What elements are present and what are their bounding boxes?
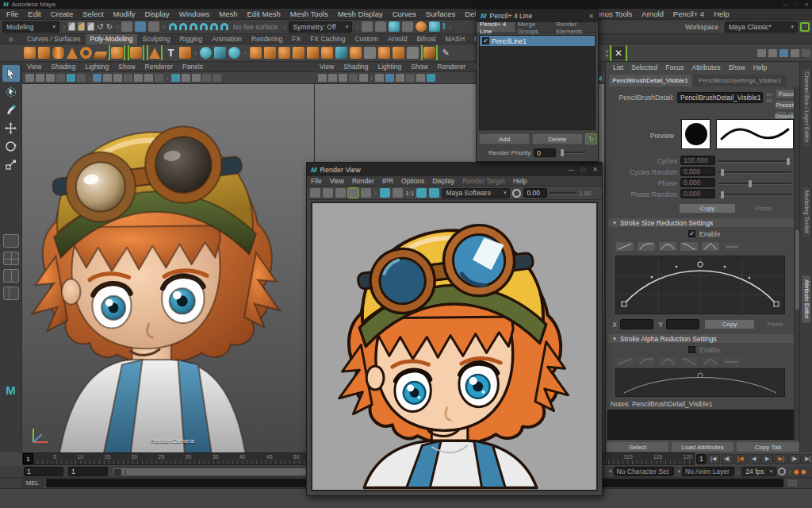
param-cycles-random-slider[interactable] bbox=[718, 171, 791, 174]
vp-icon-image-plane[interactable] bbox=[67, 74, 75, 82]
curve-copy-button[interactable]: Copy bbox=[704, 319, 755, 329]
ae-tab-brush-settings[interactable]: PencilBrushSettings_Visible1 bbox=[693, 75, 787, 87]
sidebar-workspace-icon[interactable] bbox=[757, 49, 766, 57]
vp-icon-shadows[interactable] bbox=[134, 74, 143, 82]
vp-icon-lock-camera[interactable] bbox=[328, 74, 337, 82]
vp-icon-lights[interactable] bbox=[406, 74, 415, 82]
go-to-start-button[interactable]: |◀ bbox=[707, 454, 720, 464]
snap-projected-center-icon[interactable] bbox=[200, 23, 208, 30]
layout-four-pane-button[interactable] bbox=[3, 252, 19, 265]
shelf-icon-bracket-cube[interactable] bbox=[128, 45, 144, 60]
rotate-tool[interactable] bbox=[2, 138, 20, 155]
menu-windows[interactable]: Windows bbox=[174, 10, 215, 18]
move-tool[interactable] bbox=[2, 120, 20, 137]
swap-node-icon[interactable] bbox=[765, 98, 773, 103]
param-phase-random-field[interactable]: 0.000 bbox=[680, 189, 715, 198]
rv-keep-image-icon[interactable] bbox=[380, 188, 390, 198]
chevron-down-icon[interactable]: ▾ bbox=[609, 468, 612, 475]
shelf-icon-multicut[interactable] bbox=[335, 47, 347, 59]
render-settings-icon[interactable] bbox=[362, 21, 373, 32]
pin-node-icon[interactable] bbox=[765, 92, 773, 97]
shelf-menu-icon[interactable]: ≡ bbox=[0, 35, 22, 44]
menu-mesh-display[interactable]: Mesh Display bbox=[333, 10, 388, 18]
copy-button[interactable]: Copy bbox=[679, 203, 736, 214]
vp-icon-2d-pan[interactable] bbox=[77, 74, 86, 82]
character-3d-model[interactable] bbox=[22, 84, 315, 452]
select-tool[interactable] bbox=[2, 65, 20, 82]
shelf-icon-smooth[interactable] bbox=[278, 47, 290, 59]
mute-playback-icon[interactable] bbox=[778, 468, 786, 475]
shelf-icon-poly-plane[interactable] bbox=[94, 52, 108, 59]
play-backwards-button[interactable]: ◀ bbox=[748, 454, 760, 464]
delete-line-button[interactable]: Delete bbox=[532, 133, 583, 144]
shelf-icon-poly-cube[interactable] bbox=[38, 47, 50, 59]
rv-menu-help[interactable]: Help bbox=[509, 177, 530, 185]
menu-display[interactable]: Display bbox=[140, 10, 174, 18]
vp-icon-camera-attrs[interactable] bbox=[46, 74, 55, 82]
shelf-icon-separate[interactable] bbox=[264, 47, 276, 59]
select-object-icon[interactable] bbox=[135, 21, 146, 32]
param-cycles-slider[interactable] bbox=[718, 160, 791, 163]
copy-tab-button[interactable]: Copy Tab bbox=[736, 441, 800, 452]
curve-preset-ease-in-button[interactable] bbox=[680, 241, 699, 252]
shelf-icon-bracket-star[interactable] bbox=[147, 45, 163, 60]
group-divider[interactable]: › bbox=[282, 22, 286, 31]
snap-grid-icon[interactable] bbox=[169, 23, 177, 30]
minimize-icon[interactable]: — bbox=[783, 2, 788, 8]
menu-help[interactable]: Help bbox=[709, 10, 734, 18]
vp-icon-textured[interactable] bbox=[113, 74, 122, 82]
viewport-left[interactable]: View Shading Lighting Show Renderer Pane… bbox=[22, 62, 315, 452]
sidebar-outliner-icon[interactable] bbox=[768, 49, 777, 57]
vp-menu-show[interactable]: Show bbox=[113, 63, 140, 71]
pause-ipr-icon[interactable]: ‖ bbox=[442, 22, 446, 32]
lookdev-icon[interactable] bbox=[429, 21, 440, 32]
param-cycles-field[interactable]: 100.000 bbox=[680, 156, 715, 165]
close-icon[interactable]: ✕ bbox=[804, 2, 809, 8]
curve-x-field[interactable] bbox=[620, 319, 653, 329]
notes-area[interactable] bbox=[607, 410, 799, 440]
render-priority-field[interactable]: 0 bbox=[534, 148, 556, 157]
curve-preset-notch-button[interactable] bbox=[701, 241, 720, 252]
ae-menu-help[interactable]: Help bbox=[749, 64, 771, 71]
shelf-tab-sculpting[interactable]: Sculpting bbox=[137, 34, 174, 44]
snap-curve-icon[interactable] bbox=[179, 23, 187, 30]
shelf-icon-boolean[interactable] bbox=[393, 47, 404, 59]
go-to-end-button[interactable]: ▶| bbox=[802, 454, 812, 464]
ae-menu-selected[interactable]: Selected bbox=[627, 64, 661, 71]
rv-one-to-one-icon[interactable]: 1:1 bbox=[405, 190, 414, 197]
ae-menu-focus[interactable]: Focus bbox=[661, 64, 688, 71]
render-current-frame-icon[interactable] bbox=[375, 21, 386, 32]
vp-icon-ao[interactable] bbox=[144, 74, 153, 82]
size-reduction-section-header[interactable]: ▼ Stroke Size Reduction Settings bbox=[607, 217, 799, 228]
brush-shape-swatch[interactable] bbox=[681, 119, 710, 149]
current-frame-field[interactable]: 1 bbox=[696, 454, 707, 464]
pencil-tab-merge-groups[interactable]: Merge Groups bbox=[515, 22, 553, 33]
layout-two-pane-button[interactable] bbox=[3, 269, 19, 283]
step-back-key-button[interactable]: |◀ bbox=[734, 454, 747, 464]
vp-menu-panels[interactable]: Panels bbox=[178, 63, 208, 71]
ae-tab-brush-detail[interactable]: PencilBrushDetail_Visible1 bbox=[609, 75, 691, 87]
render-view-titlebar[interactable]: M Render View — □ ✕ bbox=[307, 163, 602, 176]
vp-icon-xray[interactable] bbox=[182, 74, 190, 82]
menu-edit-mesh[interactable]: Edit Mesh bbox=[243, 10, 285, 18]
refresh-icon[interactable]: ↻ bbox=[585, 133, 597, 144]
shelf-tab-rendering[interactable]: Rendering bbox=[247, 34, 287, 44]
group-divider[interactable]: › bbox=[162, 22, 166, 31]
load-attributes-button[interactable]: Load Attributes bbox=[671, 441, 734, 452]
select-button[interactable]: Select bbox=[606, 441, 669, 452]
anim-layer-field[interactable]: No Anim Layer bbox=[682, 467, 734, 476]
vp-menu-renderer[interactable]: Renderer bbox=[140, 63, 178, 71]
sidebar-tool-settings-icon[interactable] bbox=[791, 49, 799, 57]
layout-outliner-persp-button[interactable] bbox=[3, 287, 19, 300]
vp-icon-textured[interactable] bbox=[396, 74, 404, 82]
line-visible-checkbox[interactable]: ✓ bbox=[482, 37, 489, 44]
vp-icon-select-camera[interactable] bbox=[318, 74, 327, 82]
ae-menu-list[interactable]: List bbox=[609, 64, 627, 71]
curve-preset-ease-out-button[interactable] bbox=[637, 241, 656, 252]
vp-icon-joints-xray[interactable] bbox=[192, 74, 201, 82]
close-icon[interactable]: ✕ bbox=[588, 13, 594, 20]
shelf-icon-pencil-line-x[interactable]: ✕ bbox=[610, 45, 627, 61]
alpha-curve-preset-button[interactable] bbox=[658, 356, 677, 367]
shelf-tab-rigging[interactable]: Rigging bbox=[174, 34, 207, 44]
paste-button[interactable]: Paste bbox=[739, 203, 788, 214]
